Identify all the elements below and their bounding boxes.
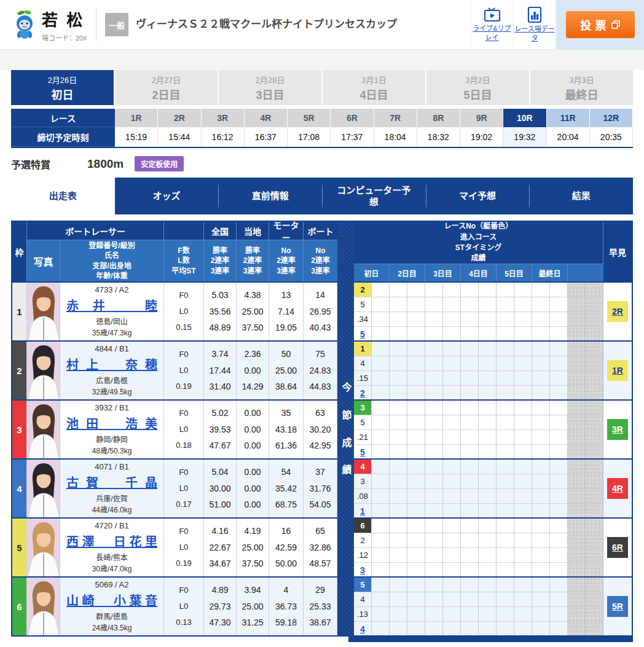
live-replay-link[interactable]: ライブ&リプレイ xyxy=(470,0,513,49)
racer-fl-st: F0 L0 0.17 xyxy=(164,460,204,517)
racer-name-link[interactable]: 池田 浩美 xyxy=(66,414,157,432)
racer-name-link[interactable]: 山崎 小葉音 xyxy=(66,591,157,609)
race-tab-9r[interactable]: 9R xyxy=(460,109,503,127)
day1-entry-course: 4 xyxy=(354,356,371,371)
racer-reg-class: 3932 / B1 xyxy=(95,403,129,412)
racer-branch: 兵庫/佐賀 xyxy=(96,493,127,504)
series-results-grid: 1 4 .15 2 xyxy=(354,342,603,399)
day1-result-link[interactable]: 5 xyxy=(354,327,371,341)
vote-button[interactable]: 投票 xyxy=(566,11,635,38)
racer-name-link[interactable]: 古賀 千晶 xyxy=(66,473,157,491)
day1-result-link[interactable]: 5 xyxy=(354,445,371,459)
date-tab-day4[interactable]: 3月1日 4日目 xyxy=(323,70,425,105)
date-tab-day3[interactable]: 2月28日 3日目 xyxy=(219,70,321,105)
hayami-cell: 6R xyxy=(603,519,632,576)
col-header-motor: モーター xyxy=(269,222,304,240)
racer-branch: 群馬/徳島 xyxy=(96,611,127,622)
deadline-time: 17:37 xyxy=(331,127,374,147)
date-tab-day1[interactable]: 2月26日 初日 xyxy=(11,70,114,105)
racer-reg-class: 4071 / B1 xyxy=(95,462,129,471)
bar-chart-doc-icon xyxy=(527,7,542,23)
race-selector: レース 1R 2R 3R 4R 5R 6R 7R 8R 9R 10R 11R 1… xyxy=(11,109,633,148)
race-tab-6r[interactable]: 6R xyxy=(331,109,374,127)
tab-computer-yosou[interactable]: コンピューター予想 xyxy=(322,178,426,214)
col-header-boat: ボート xyxy=(304,222,337,240)
racer-local-stats: 4.19 25.00 37.50 xyxy=(237,519,269,576)
tab-results[interactable]: 結果 xyxy=(529,178,633,214)
hayami-race-link[interactable]: 6R xyxy=(607,537,628,558)
series-results-grid: 3 5 .21 5 xyxy=(354,401,603,458)
racer-motor-stats: 16 42.59 50.00 xyxy=(269,519,304,576)
col-header-boatracer: ボートレーサー xyxy=(27,222,164,240)
race-row-label: レース xyxy=(11,109,115,127)
deadline-row-label: 締切予定時刻 xyxy=(11,127,115,147)
racer-name-link[interactable]: 村上 奈穂 xyxy=(66,355,157,373)
tab-my-yosou[interactable]: マイ予想 xyxy=(426,178,530,214)
day1-entry-course: 3 xyxy=(354,474,371,488)
racer-row: 1 4733 / A2 赤井 睦 徳島/岡山 35歳/47.3kg F0 L0 … xyxy=(12,281,632,340)
racecard-table: 今節成績 枠 ボートレーサー 写真 登録番号/級別 氏名 支部/出身地 年齢/体… xyxy=(11,221,633,637)
race-tab-7r[interactable]: 7R xyxy=(374,109,417,127)
racer-age-weight: 24歳/43.5kg xyxy=(92,622,132,633)
race-tab-11r[interactable]: 11R xyxy=(547,109,590,127)
racer-local-stats: 0.00 0.00 0.00 xyxy=(237,401,269,458)
external-link-icon xyxy=(611,20,620,29)
racer-boat-stats: 37 31.76 54.05 xyxy=(304,460,337,517)
day1-result-link[interactable]: 3 xyxy=(354,563,371,577)
racer-boat-stats: 75 24.83 44.83 xyxy=(304,342,337,399)
racer-fl-st: F0 L0 0.19 xyxy=(164,342,204,399)
venue-data-link[interactable]: レース場データ xyxy=(513,0,556,49)
racer-motor-stats: 35 43.18 61.36 xyxy=(269,401,304,458)
day1-st-timing: .12 xyxy=(354,548,371,562)
race-tab-12r[interactable]: 12R xyxy=(590,109,633,127)
day1-result-link[interactable]: 1 xyxy=(354,504,371,518)
racer-name-link[interactable]: 西澤 日花里 xyxy=(66,532,157,550)
hayami-race-link[interactable]: 2R xyxy=(607,301,628,322)
tab-odds[interactable]: オッズ xyxy=(115,178,219,214)
racer-boat-stats: 63 30.20 42.95 xyxy=(304,401,337,458)
day1-result-link[interactable]: 2 xyxy=(354,386,371,400)
racer-row: 4 4071 / B1 古賀 千晶 兵庫/佐賀 44歳/46.0kg F0 L0… xyxy=(12,458,632,517)
date-tab-day2[interactable]: 2月27日 2日目 xyxy=(115,70,218,105)
racer-local-stats: 0.00 0.00 0.00 xyxy=(237,460,269,517)
tab-racecard[interactable]: 出走表 xyxy=(11,178,115,214)
venue-name: 若松 xyxy=(42,7,92,30)
day1-entry-course: 2 xyxy=(354,533,371,547)
race-tab-4r[interactable]: 4R xyxy=(245,109,288,127)
tab-last-minute[interactable]: 直前情報 xyxy=(218,178,322,214)
racer-branch: 広島/島根 xyxy=(96,375,127,386)
venue-brand: 若松 場コード：20# xyxy=(0,0,92,49)
racer-age-weight: 35歳/47.3kg xyxy=(92,327,132,339)
deadline-time: 15:44 xyxy=(158,127,201,147)
unused-day-columns xyxy=(568,578,603,635)
race-tab-8r[interactable]: 8R xyxy=(417,109,460,127)
race-tab-3r[interactable]: 3R xyxy=(202,109,245,127)
deadline-time: 17:08 xyxy=(288,127,331,147)
racer-name-link[interactable]: 赤井 睦 xyxy=(66,296,157,314)
racer-motor-stats: 54 35.42 68.75 xyxy=(269,460,304,517)
deadline-time-selected: 19:32 xyxy=(503,127,546,147)
series-results-bar: 今節成績 xyxy=(337,222,354,635)
day1-result-link[interactable]: 4 xyxy=(354,622,371,636)
race-tab-1r[interactable]: 1R xyxy=(115,109,158,127)
race-tab-5r[interactable]: 5R xyxy=(288,109,331,127)
hayami-race-link[interactable]: 3R xyxy=(607,419,628,440)
racer-national-stats: 4.16 22.67 34.67 xyxy=(204,519,237,576)
vote-panel: 投票 xyxy=(556,0,644,49)
hayami-race-link[interactable]: 4R xyxy=(607,478,628,499)
racer-local-stats: 2.36 0.00 14.29 xyxy=(237,342,269,399)
racer-age-weight: 32歳/49.5kg xyxy=(92,386,132,398)
hayami-race-link[interactable]: 1R xyxy=(607,360,628,381)
date-tab-final[interactable]: 3月3日 最終日 xyxy=(530,70,633,105)
day1-entry-course: 4 xyxy=(354,592,371,606)
race-tab-10r[interactable]: 10R xyxy=(503,109,546,127)
racer-reg-class: 5069 / A2 xyxy=(95,580,129,589)
race-tab-2r[interactable]: 2R xyxy=(158,109,201,127)
date-tab-day5[interactable]: 3月2日 5日目 xyxy=(426,70,529,105)
content-tabs: 出走表 オッズ 直前情報 コンピューター予想 マイ予想 結果 xyxy=(11,178,633,214)
racer-national-stats: 5.02 39.53 47.67 xyxy=(204,401,237,458)
series-results-grid: 5 4 .13 4 xyxy=(354,578,603,635)
hayami-race-link[interactable]: 5R xyxy=(607,596,628,617)
racer-portrait-placeholder xyxy=(27,283,60,340)
racer-branch: 長崎/熊本 xyxy=(96,552,127,563)
